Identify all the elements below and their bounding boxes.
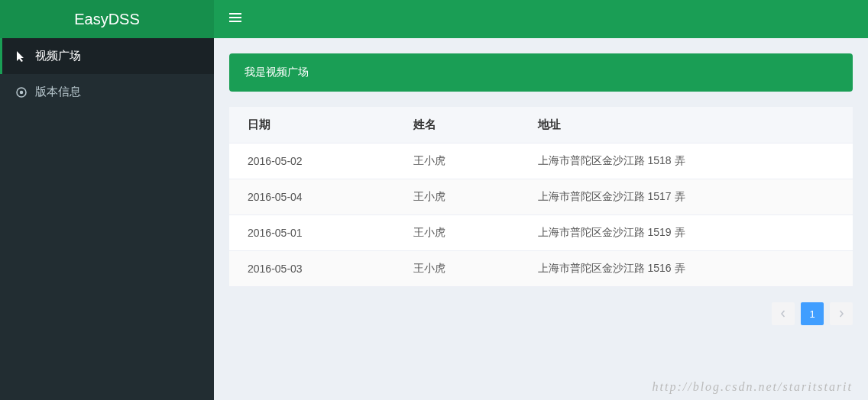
page-number-button[interactable]: 1 [801,302,824,325]
page-prev-button[interactable] [772,302,795,325]
header: EasyDSS [0,0,868,38]
logo: EasyDSS [0,0,214,38]
banner-text: 我是视频广场 [245,66,309,78]
menu-toggle-button[interactable] [229,11,241,27]
cursor-icon [15,50,28,63]
svg-point-4 [21,91,23,93]
pagination: 1 [229,302,853,325]
toolbar [214,0,868,38]
cell-address: 上海市普陀区金沙江路 1517 弄 [520,179,853,215]
cell-date: 2016-05-04 [229,179,395,215]
table-header-row: 日期 姓名 地址 [229,107,853,144]
hamburger-icon [229,11,241,24]
cell-address: 上海市普陀区金沙江路 1519 弄 [520,215,853,251]
sidebar: 视频广场 版本信息 [0,38,214,400]
page-number-label: 1 [809,308,815,320]
column-header-date: 日期 [229,107,395,144]
circle-dot-icon [15,86,28,98]
cell-date: 2016-05-03 [229,251,395,287]
main-content: 我是视频广场 日期 姓名 地址 2016-05-02 王小虎 上海市普陀区金沙江… [214,38,868,400]
table-row: 2016-05-03 王小虎 上海市普陀区金沙江路 1516 弄 [229,251,853,287]
data-table: 日期 姓名 地址 2016-05-02 王小虎 上海市普陀区金沙江路 1518 … [229,107,853,287]
cell-name: 王小虎 [395,215,520,251]
table-row: 2016-05-01 王小虎 上海市普陀区金沙江路 1519 弄 [229,215,853,251]
table-container: 日期 姓名 地址 2016-05-02 王小虎 上海市普陀区金沙江路 1518 … [229,107,853,287]
svg-rect-1 [229,17,241,18]
cell-name: 王小虎 [395,144,520,179]
cell-address: 上海市普陀区金沙江路 1518 弄 [520,144,853,179]
svg-rect-2 [229,21,241,22]
sidebar-item-label: 版本信息 [35,85,81,99]
page-banner: 我是视频广场 [229,53,853,92]
cell-date: 2016-05-02 [229,144,395,179]
svg-rect-0 [229,13,241,15]
sidebar-item-video-square[interactable]: 视频广场 [0,38,214,74]
cell-name: 王小虎 [395,179,520,215]
column-header-name: 姓名 [395,107,520,144]
chevron-left-icon [779,310,787,318]
chevron-right-icon [837,310,845,318]
table-row: 2016-05-02 王小虎 上海市普陀区金沙江路 1518 弄 [229,144,853,179]
cell-address: 上海市普陀区金沙江路 1516 弄 [520,251,853,287]
cell-date: 2016-05-01 [229,215,395,251]
sidebar-item-label: 视频广场 [35,49,81,63]
column-header-address: 地址 [520,107,853,144]
cell-name: 王小虎 [395,251,520,287]
logo-text: EasyDSS [74,11,140,28]
sidebar-item-version-info[interactable]: 版本信息 [0,74,214,110]
table-row: 2016-05-04 王小虎 上海市普陀区金沙江路 1517 弄 [229,179,853,215]
page-next-button[interactable] [830,302,853,325]
